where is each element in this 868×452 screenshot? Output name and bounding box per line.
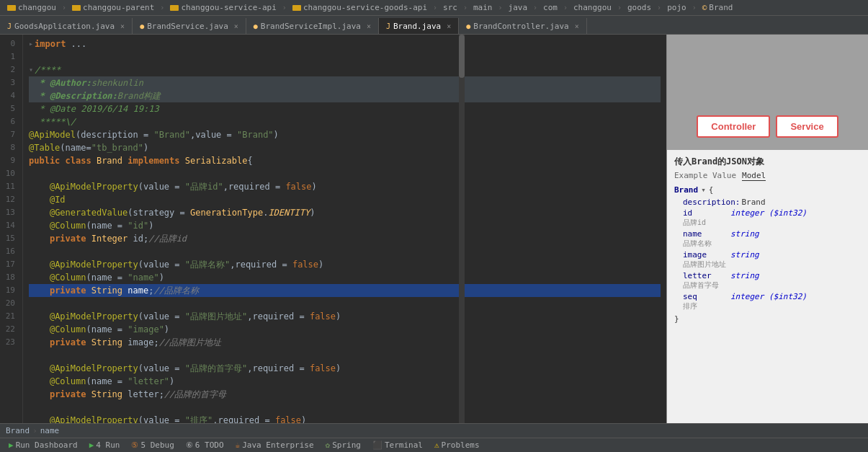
code-line: * @Author:shenkunlin: [29, 76, 661, 89]
java-modified-icon: ●: [140, 22, 144, 30]
run-button[interactable]: ▶ 4 Run: [85, 439, 125, 451]
code-line: @ApiModelProperty(value = "品牌名称",require…: [29, 258, 661, 271]
code-line: private String letter;//品牌的首字母: [29, 388, 661, 401]
code-line: ▸ import ...: [29, 37, 661, 50]
run-small-icon: ▶: [89, 440, 94, 450]
code-breadcrumb: Brand › name: [0, 423, 868, 438]
service-button[interactable]: Service: [776, 115, 838, 138]
java-modified-icon: ●: [254, 22, 258, 30]
run-icon: ▶: [9, 440, 14, 450]
json-closing-brace: }: [674, 314, 861, 324]
code-line: *****\/: [29, 115, 661, 128]
scroll-thumb[interactable]: [459, 35, 465, 78]
breadcrumb-brand[interactable]: Brand: [6, 426, 30, 435]
nav-src[interactable]: src: [439, 1, 462, 14]
api-panel-header: Controller Service: [667, 35, 868, 150]
nav-parent[interactable]: changgou-parent: [68, 1, 158, 14]
nav-main[interactable]: main: [469, 1, 497, 14]
spring-icon: ✿: [326, 440, 331, 450]
code-line: @ApiModelProperty(value = "品牌id",require…: [29, 180, 661, 193]
tab-example-value[interactable]: Example Value: [674, 171, 736, 181]
json-field-id: id integer ($int32) 品牌id: [683, 208, 861, 228]
nav-brand-class[interactable]: © Brand: [698, 1, 738, 14]
spring-button[interactable]: ✿ Spring: [321, 439, 365, 451]
terminal-button[interactable]: ⬛ Terminal: [368, 439, 427, 451]
tab-brand-service-impl[interactable]: ● BrandServiceImpl.java ×: [246, 18, 379, 34]
code-line: @ApiModelProperty(value = "品牌图片地址",requi…: [29, 310, 661, 323]
tab-close[interactable]: ×: [234, 22, 238, 30]
json-field-name: name string 品牌名称: [683, 229, 861, 249]
code-lines: 0 1 2 3 4 5 6 7 8 9 10 11 12 13 14 15: [0, 35, 666, 423]
code-line: private Integer id;//品牌id: [29, 232, 661, 245]
code-line: @Column(name = "name"): [29, 271, 661, 284]
tab-close[interactable]: ×: [575, 22, 579, 30]
svg-rect-3: [72, 5, 76, 6]
code-line: @Column(name = "id"): [29, 219, 661, 232]
code-line: @Column(name = "letter"): [29, 375, 661, 388]
json-panel: 传入Brand的JSON对象 Example Value Model Brand…: [667, 150, 868, 423]
code-line: [29, 297, 661, 310]
json-field-seq: seq integer ($int32) 排序: [683, 292, 861, 311]
brand-row: Brand ▾ {: [674, 185, 861, 195]
code-line: * @Description:Brand构建: [29, 89, 661, 102]
run-dashboard-button[interactable]: ▶ Run Dashboard: [4, 439, 82, 451]
terminal-icon: ⬛: [372, 440, 382, 450]
code-line: @ApiModelProperty(value = "排序",required …: [29, 414, 661, 423]
svg-rect-5: [292, 5, 301, 11]
java-icon: J: [7, 22, 12, 30]
scrollbar[interactable]: [459, 35, 465, 423]
code-line: @ApiModel(description = "Brand",value = …: [29, 128, 661, 141]
breadcrumb-name[interactable]: name: [40, 426, 60, 435]
nav-goods[interactable]: goods: [623, 1, 656, 14]
code-line: @Table(name="tb_brand"): [29, 141, 661, 154]
tab-brand[interactable]: J Brand.java ×: [379, 18, 459, 34]
tab-close[interactable]: ×: [367, 22, 371, 30]
api-panel: Controller Service 传入Brand的JSON对象 Exampl…: [666, 35, 868, 423]
code-line: [29, 167, 661, 180]
line-numbers: 0 1 2 3 4 5 6 7 8 9 10 11 12 13 14 15: [0, 35, 23, 423]
nav-goods-api[interactable]: changgou-service-goods-api: [288, 1, 431, 14]
main-layout: 0 1 2 3 4 5 6 7 8 9 10 11 12 13 14 15: [0, 35, 868, 423]
java-modified-icon: ●: [466, 22, 470, 30]
nav-com[interactable]: com: [539, 1, 562, 14]
json-tabs: Example Value Model: [674, 171, 861, 181]
todo-icon: ⑥: [186, 440, 193, 450]
code-content[interactable]: ▸ import ... ▾ /**** * @Author:shenkunli…: [23, 35, 666, 423]
tab-close[interactable]: ×: [447, 22, 451, 30]
breadcrumb-nav: changgou › changgou-parent › changgou-se…: [0, 0, 868, 16]
warning-icon: ⚠: [434, 440, 439, 450]
nav-java[interactable]: java: [504, 1, 532, 14]
java-icon: J: [386, 22, 390, 30]
nav-changgou[interactable]: changgou: [3, 1, 61, 14]
code-line: ▾ /****: [29, 63, 661, 76]
code-editor[interactable]: 0 1 2 3 4 5 6 7 8 9 10 11 12 13 14 15: [0, 35, 666, 423]
nav-pojo[interactable]: pojo: [663, 1, 691, 14]
nav-service-api[interactable]: changgou-service-api: [166, 1, 280, 14]
tab-brand-service[interactable]: ● BrandService.java ×: [133, 18, 246, 34]
code-line: private String image;//品牌图片地址: [29, 336, 661, 349]
code-line-selected: private String name;//品牌名称: [29, 284, 661, 297]
java-ent-icon: ☕: [236, 440, 241, 450]
folder-icon: [170, 4, 179, 12]
problems-button[interactable]: ⚠ Problems: [430, 439, 484, 451]
folder-icon: [7, 4, 16, 12]
todo-button[interactable]: ⑥ 6 TODO: [182, 439, 228, 451]
json-field-letter: letter string 品牌首字母: [683, 271, 861, 291]
controller-button[interactable]: Controller: [697, 115, 770, 138]
json-field-image: image string 品牌图片地址: [683, 250, 861, 270]
tab-goods-application[interactable]: J GoodsApplication.java ×: [0, 18, 133, 34]
java-enterprise-button[interactable]: ☕ Java Enterprise: [231, 439, 318, 451]
json-field-description: description: Brand: [683, 198, 861, 207]
code-line: * @Date 2019/6/14 19:13: [29, 102, 661, 115]
tab-model[interactable]: Model: [742, 171, 766, 181]
folder-icon: [72, 4, 81, 12]
nav-changgou2[interactable]: changgou: [569, 1, 616, 14]
code-line: [29, 349, 661, 362]
svg-rect-1: [7, 5, 11, 6]
code-line: @ApiModelProperty(value = "品牌的首字母",requi…: [29, 362, 661, 375]
tab-close[interactable]: ×: [120, 22, 125, 30]
debug-button[interactable]: ⑤ 5 Debug: [127, 439, 178, 451]
json-panel-title: 传入Brand的JSON对象: [674, 156, 861, 168]
tab-brand-controller[interactable]: ● BrandController.java ×: [459, 18, 587, 34]
code-line: @GeneratedValue(strategy = GenerationTyp…: [29, 206, 661, 219]
